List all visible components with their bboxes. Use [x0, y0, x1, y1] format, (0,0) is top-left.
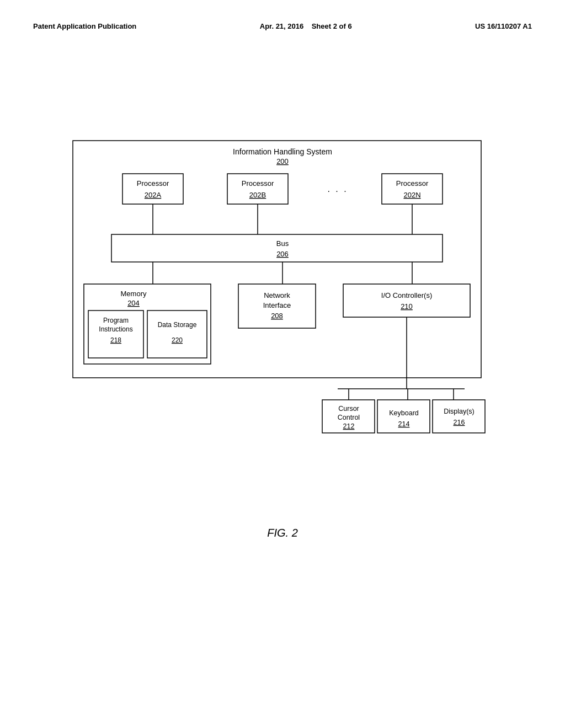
header-sheet: Sheet 2 of 6	[312, 22, 352, 30]
system-ref: 200	[276, 157, 289, 165]
processor-a-label: Processor	[137, 179, 169, 188]
fig-label: FIG. 2	[267, 527, 298, 539]
network-interface-ref: 208	[271, 312, 283, 320]
svg-rect-2	[227, 174, 288, 204]
network-interface-label-1: Network	[264, 291, 290, 299]
processor-b-ref: 202B	[249, 191, 266, 199]
diagram-area: Information Handling System 200 Processo…	[33, 119, 532, 539]
memory-ref: 204	[127, 299, 140, 307]
displays-label: Display(s)	[444, 408, 475, 415]
keyboard-ref: 214	[398, 420, 410, 428]
processor-a-ref: 202A	[145, 191, 162, 199]
cursor-control-label-2: Control	[338, 414, 360, 421]
svg-rect-23	[433, 400, 485, 433]
network-interface-label-2: Interface	[263, 301, 291, 309]
cursor-control-ref: 212	[343, 422, 355, 430]
svg-rect-3	[382, 174, 443, 204]
svg-rect-13	[147, 311, 207, 358]
page-header: Patent Application Publication Apr. 21, …	[33, 22, 532, 30]
program-instructions-ref: 218	[110, 336, 121, 344]
header-date: Apr. 21, 2016	[260, 22, 304, 30]
program-instructions-label-2: Instructions	[99, 325, 132, 333]
keyboard-label: Keyboard	[389, 409, 419, 417]
page: Patent Application Publication Apr. 21, …	[0, 0, 565, 728]
svg-rect-0	[73, 141, 481, 378]
system-diagram: Information Handling System 200 Processo…	[67, 119, 498, 505]
memory-label: Memory	[121, 290, 147, 298]
cursor-control-label-1: Cursor	[338, 405, 359, 413]
processor-b-label: Processor	[242, 179, 274, 188]
io-controllers-label: I/O Controller(s)	[381, 291, 432, 299]
displays-ref: 216	[454, 419, 465, 426]
system-label: Information Handling System	[233, 147, 332, 156]
svg-rect-1	[122, 174, 183, 204]
data-storage-ref: 220	[172, 336, 183, 344]
program-instructions-label-1: Program	[103, 317, 129, 324]
header-publication-type: Patent Application Publication	[33, 22, 136, 30]
bus-label: Bus	[276, 239, 289, 248]
processor-n-label: Processor	[396, 179, 429, 188]
processor-n-ref: 202N	[403, 191, 420, 199]
data-storage-label-1: Data Storage	[158, 321, 197, 329]
ellipsis: . . .	[327, 184, 348, 194]
bus-ref: 206	[276, 250, 289, 258]
svg-rect-15	[343, 284, 470, 317]
header-patent-number: US 16/110207 A1	[475, 22, 532, 30]
io-controllers-ref: 210	[401, 302, 413, 311]
header-date-sheet: Apr. 21, 2016 Sheet 2 of 6	[260, 22, 352, 30]
